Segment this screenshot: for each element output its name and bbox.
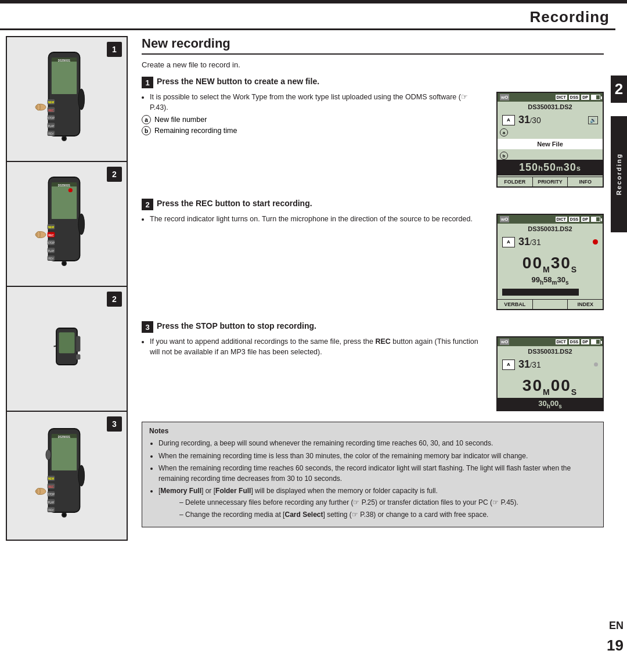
screen-1-time: 150h50m30s <box>498 160 603 175</box>
index-btn: INDEX <box>568 300 603 309</box>
svg-point-19 <box>78 89 85 110</box>
svg-rect-49 <box>76 336 80 351</box>
svg-text:REC: REC <box>48 109 54 112</box>
dss-icon-3: DSS <box>569 339 579 344</box>
bottom-right: EN 19 <box>607 620 624 655</box>
en-label: EN <box>609 620 624 632</box>
step-2-num: 2 <box>142 199 153 210</box>
screen-2-topbar: wO DICT DSS DP <box>498 215 603 224</box>
svg-rect-55 <box>52 438 77 470</box>
screen-1-icon-wo: wO <box>500 94 509 100</box>
step-2-text: The record indicator light turns on. Tur… <box>142 214 488 227</box>
note-1: During recording, a beep will sound when… <box>158 439 596 448</box>
note-4: [Memory Full] or [Folder Full] will be d… <box>158 486 596 520</box>
file-total-2: 31 <box>532 238 541 247</box>
svg-text:REV: REV <box>48 509 53 512</box>
file-total-1: 30 <box>532 116 541 125</box>
sub-note-2: Change the recording media at [Card Sele… <box>179 510 596 520</box>
screen-1: wO DICT DSS DP DS350031.DS2 A 31 / 3 <box>496 92 604 188</box>
svg-text:REV: REV <box>48 132 53 135</box>
svg-rect-37 <box>37 231 40 238</box>
label-a-text: New file number <box>154 116 207 124</box>
screen-1-a-marker: a <box>498 128 603 138</box>
info-btn: INFO <box>568 177 603 186</box>
step-1-title: Press the NEW button to create a new fil… <box>157 76 319 87</box>
progress-bar <box>502 289 579 296</box>
screen-2-bottom: VERBAL INDEX <box>498 299 603 309</box>
battery-icon-3 <box>591 339 600 344</box>
screen-2-filename: DS350031.DS2 <box>498 224 603 233</box>
label-b-row: b Remaining recording time <box>142 126 488 135</box>
device-images-column: 1 DS350031 NEW REC STOP PLAY REV <box>6 36 128 541</box>
svg-text:REC: REC <box>48 233 54 236</box>
screen-3-right-icons <box>592 362 598 366</box>
svg-text:STOP: STOP <box>48 117 55 120</box>
step-2-title: Press the REC button to start recording. <box>157 198 312 209</box>
notes-box: Notes During recording, a beep will soun… <box>142 422 604 527</box>
screen-1-main-row: A 31 / 30 🔊 <box>498 112 603 128</box>
screen-2: wO DICT DSS DP DS350031.DS2 A 31 / 3 <box>496 214 604 310</box>
page-number: 19 <box>607 637 624 655</box>
label-b-text: Remaining recording time <box>154 127 237 135</box>
dict-icon-3: DICT <box>556 339 567 344</box>
step-1-bullets: It is possible to select the Work Type f… <box>150 92 488 113</box>
screen-2-right-icons <box>589 239 598 245</box>
main-content: 1 DS350031 NEW REC STOP PLAY REV <box>6 30 606 541</box>
device-image-2: 2 DS350031 NEW REC STOP PLAY REV <box>7 162 127 287</box>
step-2-bullet-1: The record indicator light turns on. Tur… <box>150 214 488 224</box>
notes-list: During recording, a beep will sound when… <box>149 439 596 520</box>
screen-3-topbar-icons: DICT DSS DP <box>556 339 600 344</box>
svg-rect-24 <box>52 186 77 219</box>
rec-indicator <box>593 239 598 245</box>
svg-text:PLAY: PLAY <box>48 124 54 127</box>
step-3-bullets: If you want to append additional recordi… <box>150 336 488 357</box>
dict-icon-2: DICT <box>556 217 567 222</box>
screen-2-main-row: A 31 / 31 <box>498 233 603 250</box>
step-3-text: If you want to append additional recordi… <box>142 336 488 360</box>
dp-icon-2: DP <box>581 217 589 222</box>
time-display-1: 150h50m30s <box>519 161 581 173</box>
device-svg-3 <box>29 297 105 401</box>
svg-rect-4 <box>52 62 77 94</box>
svg-text:REC: REC <box>48 486 54 488</box>
header-title-row: Recording <box>0 3 627 28</box>
stop-indicator <box>594 362 598 366</box>
svg-point-71 <box>46 450 51 460</box>
screen-3-filename: DS350031.DS2 <box>498 346 603 356</box>
screen-1-filename: DS350031.DS2 <box>498 102 603 112</box>
step-3-content: If you want to append additional recordi… <box>142 336 604 411</box>
battery-icon <box>591 95 600 100</box>
screen-2-topbar-icons: DICT DSS DP <box>556 217 600 222</box>
screen-2-icon-wo: wO <box>500 216 509 222</box>
side-number: 2 <box>611 76 627 103</box>
device-image-4: 3 DS350031 NEW REC STOP PLAY REV <box>7 412 127 540</box>
folder-btn: FOLDER <box>498 177 533 186</box>
right-column: New recording Create a new file to recor… <box>128 36 606 541</box>
step-badge-2: 2 <box>107 167 122 182</box>
svg-rect-67 <box>37 488 40 495</box>
step-badge-4: 3 <box>107 416 122 432</box>
svg-text:NEW: NEW <box>48 477 55 480</box>
device-svg-2: DS350031 NEW REC STOP PLAY REV <box>29 172 105 276</box>
step-3-num: 3 <box>142 321 153 333</box>
file-num-2: 31 <box>518 236 530 248</box>
svg-text:PLAY: PLAY <box>48 249 54 252</box>
svg-text:NEW: NEW <box>48 101 55 104</box>
step-1-content: It is possible to select the Work Type f… <box>142 92 604 188</box>
svg-text:PLAY: PLAY <box>48 501 54 504</box>
screen-3: wO DICT DSS DP DS350031.DS2 A 31 / 3 <box>496 336 604 411</box>
screen-1-bottom: FOLDER PRIORITY INFO <box>498 177 603 186</box>
verbal-btn: VERBAL <box>498 300 533 309</box>
screen-3-icon-wo: wO <box>500 339 509 345</box>
device-image-3: 2 <box>7 287 127 412</box>
svg-text:NEW: NEW <box>48 226 55 229</box>
stop-time-big: 30M00S <box>498 373 603 398</box>
section-title: New recording <box>142 36 604 55</box>
step-1-block: 1 Press the NEW button to create a new f… <box>142 76 604 188</box>
side-tab: Recording <box>611 116 627 232</box>
battery-icon-2 <box>591 217 600 222</box>
step-2-header: 2 Press the REC button to start recordin… <box>142 198 604 210</box>
marker-a: a <box>500 128 508 136</box>
speaker-icon: 🔊 <box>588 116 598 124</box>
file-icon-a: A <box>502 115 515 125</box>
